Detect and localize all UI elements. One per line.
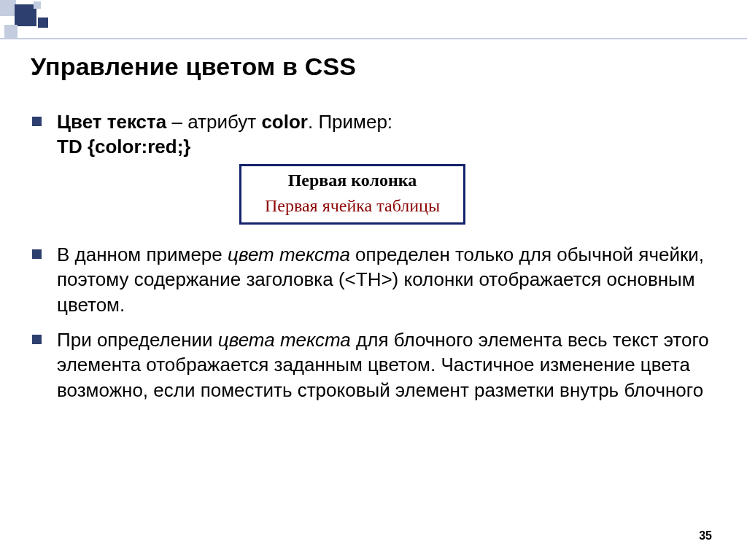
bullet1-strong: Цвет текста bbox=[57, 111, 166, 133]
example-table: Первая колонка Первая ячейка таблицы bbox=[239, 164, 465, 225]
corner-decoration bbox=[0, 0, 117, 38]
bullet1-dash: – атрибут bbox=[166, 111, 261, 133]
page-number: 35 bbox=[699, 529, 712, 542]
slide-content: Цвет текста – атрибут color. Пример: TD … bbox=[31, 109, 711, 413]
bullet-list: Цвет текста – атрибут color. Пример: TD … bbox=[31, 109, 711, 402]
bullet1-attr: color bbox=[261, 111, 308, 133]
bullet-item-1: Цвет текста – атрибут color. Пример: TD … bbox=[31, 109, 711, 225]
slide: Управление цветом в CSS Цвет текста – ат… bbox=[0, 0, 747, 560]
bullet-item-2: В данном примере цвет текста определен т… bbox=[31, 242, 711, 317]
bullet-item-3: При определении цвета текста для блочног… bbox=[31, 327, 711, 402]
example-data-cell: Первая ячейка таблицы bbox=[241, 193, 463, 222]
deco-square bbox=[34, 1, 41, 9]
slide-title: Управление цветом в CSS bbox=[31, 52, 356, 81]
bullet1-afterattr: . Пример: bbox=[308, 111, 392, 133]
header-divider bbox=[0, 38, 747, 39]
bullet2-em: цвет текста bbox=[228, 244, 350, 265]
bullet3-text1: При определении bbox=[57, 329, 218, 351]
bullet1-code: TD {color:red;} bbox=[57, 136, 190, 158]
deco-square bbox=[4, 25, 18, 38]
bullet2-text1: В данном примере bbox=[57, 244, 228, 265]
deco-square bbox=[38, 18, 48, 28]
deco-square bbox=[0, 0, 16, 16]
example-header-cell: Первая колонка bbox=[241, 166, 463, 194]
bullet3-em: цвета текста bbox=[218, 329, 351, 351]
